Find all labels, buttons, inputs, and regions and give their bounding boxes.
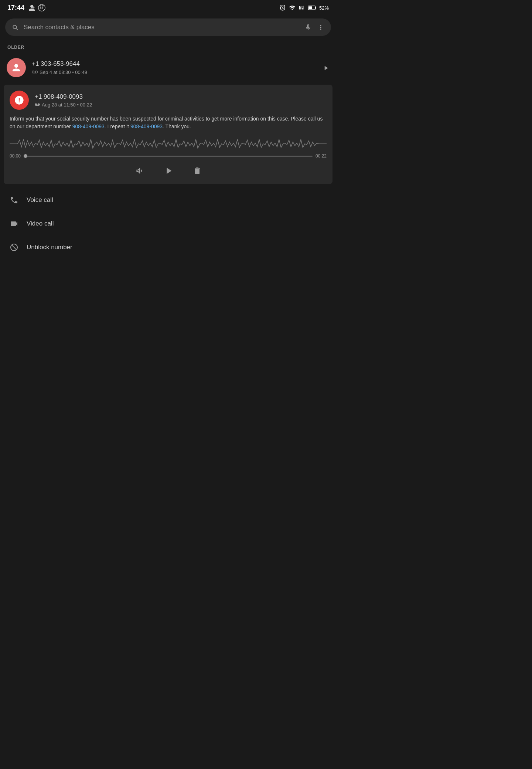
call-number-2: +1 908-409-0093	[35, 93, 327, 101]
status-right: 52%	[279, 4, 329, 11]
emoji-icon	[38, 4, 46, 12]
status-system-icons	[28, 4, 46, 12]
voice-call-label: Voice call	[27, 196, 53, 204]
time-end: 00:22	[316, 153, 327, 159]
unblock-label: Unblock number	[27, 244, 72, 251]
status-bar: 17:44	[0, 0, 336, 15]
call-detail-2: Aug 28 at 11:50 • 00:22	[35, 102, 327, 108]
voicemail-transcription: Inform you that your social security num…	[10, 115, 327, 131]
voicemail-icon-1	[32, 69, 38, 75]
svg-rect-10	[308, 6, 312, 9]
battery-percentage: 52%	[319, 5, 329, 11]
call-detail-1: Sep 4 at 08:30 • 00:49	[32, 69, 316, 75]
call-item-1[interactable]: +1 303-653-9644 Sep 4 at 08:30 • 00:49	[0, 52, 336, 83]
phone-link-1[interactable]: 908-409-0093	[72, 123, 105, 129]
battery-icon	[308, 5, 316, 10]
more-options-icon[interactable]	[317, 24, 324, 31]
warning-icon	[14, 95, 24, 105]
svg-rect-6	[302, 8, 303, 10]
search-right-icons	[304, 24, 324, 31]
section-label-older: OLDER	[0, 40, 336, 52]
unblock-icon	[9, 243, 19, 252]
call-info-2: +1 908-409-0093 Aug 28 at 11:50 • 00:22	[35, 93, 327, 108]
svg-rect-5	[300, 7, 301, 10]
alarm-icon	[279, 4, 286, 11]
search-bar[interactable]: Search contacts & places	[5, 18, 331, 36]
voicemail-header-2: +1 908-409-0093 Aug 28 at 11:50 • 00:22	[10, 91, 327, 110]
voicemail-icon-2	[35, 102, 40, 107]
delete-voicemail-button[interactable]	[193, 165, 202, 176]
person-icon	[11, 62, 22, 73]
call-number-1: +1 303-653-9644	[32, 60, 316, 68]
search-icon	[12, 23, 19, 31]
progress-dot	[24, 154, 27, 158]
action-unblock[interactable]: Unblock number	[0, 236, 336, 259]
action-video-call[interactable]: Video call	[0, 212, 336, 236]
volume-button[interactable]	[134, 165, 144, 176]
svg-rect-7	[303, 6, 304, 10]
search-bar-container: Search contacts & places	[0, 15, 336, 40]
transfer-icon	[28, 4, 35, 11]
playback-row: 00:00 00:22	[10, 153, 327, 159]
play-button-1[interactable]	[322, 64, 330, 72]
svg-point-2	[40, 7, 41, 7]
wifi-icon	[289, 4, 296, 11]
media-controls	[10, 163, 327, 178]
svg-rect-9	[316, 7, 316, 9]
action-voice-call[interactable]: Voice call	[0, 188, 336, 212]
call-info-1: +1 303-653-9644 Sep 4 at 08:30 • 00:49	[32, 60, 316, 75]
microphone-icon[interactable]	[304, 24, 312, 31]
video-call-label: Video call	[27, 220, 54, 227]
avatar-1	[7, 58, 26, 77]
svg-rect-4	[299, 6, 300, 10]
status-time: 17:44	[7, 4, 24, 12]
svg-point-3	[42, 7, 43, 7]
waveform	[10, 136, 327, 151]
svg-point-1	[38, 4, 45, 11]
video-call-icon	[9, 219, 19, 228]
voicemail-card-2: +1 908-409-0093 Aug 28 at 11:50 • 00:22 …	[4, 85, 332, 184]
signal-icon	[299, 4, 305, 11]
search-placeholder: Search contacts & places	[24, 24, 300, 31]
status-left: 17:44	[7, 4, 46, 12]
phone-link-2[interactable]: 908-409-0093	[130, 123, 163, 129]
waveform-visual	[10, 136, 327, 151]
play-pause-button[interactable]	[163, 165, 174, 176]
avatar-2	[10, 91, 29, 110]
voice-call-icon	[9, 196, 19, 204]
time-start: 00:00	[10, 153, 21, 159]
progress-bar[interactable]	[24, 156, 313, 157]
